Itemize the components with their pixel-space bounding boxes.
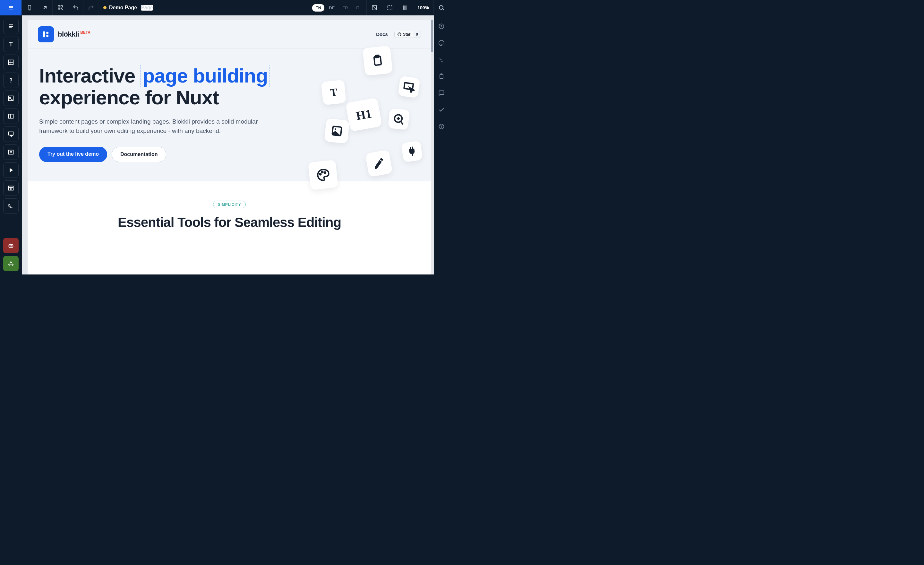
comment-button[interactable] [434,86,449,101]
svg-rect-13 [388,6,392,10]
right-toolbar [434,15,449,275]
cta-docs-button[interactable]: Documentation [112,147,166,162]
cursor-screen-icon [398,76,420,98]
canvas[interactable]: blökkli BETA Docs Star 0 Interactive pag… [22,15,434,275]
svg-rect-9 [61,8,62,9]
svg-point-59 [334,128,336,130]
cursor-block[interactable] [3,126,19,142]
svg-point-46 [12,246,12,246]
svg-rect-7 [61,6,62,7]
github-star-label: Star [403,32,410,37]
menu-button[interactable] [0,0,22,15]
svg-point-49 [46,32,48,34]
svg-rect-8 [58,8,60,10]
github-star-widget[interactable]: Star 0 [394,31,421,38]
logo-icon [38,26,54,42]
svg-point-60 [320,173,321,175]
structure-button[interactable] [434,52,449,68]
grid-toggle-button[interactable] [398,0,413,15]
svg-line-57 [397,119,400,119]
pencil-icon [365,150,393,177]
svg-point-50 [46,35,48,37]
lang-en[interactable]: EN [312,4,324,12]
svg-rect-48 [43,31,45,37]
language-switcher: EN DE FR IT [308,0,367,15]
document-name: Demo Page [109,5,137,11]
undo-button[interactable] [68,0,83,15]
lang-fr[interactable]: FR [339,4,351,12]
svg-rect-33 [9,132,14,135]
qr-code-button[interactable] [52,0,68,15]
svg-line-64 [441,27,442,27]
help-button[interactable] [434,119,449,134]
search-button[interactable] [434,0,449,15]
github-icon [397,32,402,37]
open-external-button[interactable] [37,0,52,15]
zoom-level[interactable]: 100% [413,0,434,15]
hero-title[interactable]: Interactive page building experience for… [39,65,276,108]
validate-button[interactable] [434,102,449,117]
mask-toggle-button[interactable] [367,0,382,15]
svg-point-45 [10,246,10,246]
svg-point-18 [439,6,443,9]
image-block[interactable] [3,90,19,106]
bounds-toggle-button[interactable] [382,0,398,15]
clipboard-button[interactable] [434,69,449,84]
h1-icon: H1 [345,98,382,132]
tree-block[interactable] [3,198,19,214]
play-block[interactable] [3,162,19,178]
page-title: Demo Page Page [99,5,158,11]
svg-line-19 [442,9,444,10]
image-icon [324,118,350,143]
text-block[interactable] [3,37,19,52]
hero-description[interactable]: Simple content pages or complex landing … [39,117,276,136]
svg-point-62 [324,172,326,173]
columns-block[interactable] [3,108,19,124]
theme-button[interactable] [434,35,449,51]
svg-rect-6 [58,6,60,7]
hero-section: Interactive page building experience for… [28,49,431,181]
svg-rect-37 [9,186,14,190]
document-type: Page [141,5,153,11]
svg-point-61 [321,171,323,173]
zoom-icon [388,108,410,130]
section-heading[interactable]: Essential Tools for Seamless Editing [39,215,420,230]
brand-name: blökkli [58,30,79,39]
form-block[interactable] [3,144,19,160]
t-icon: T [321,80,346,105]
svg-line-55 [400,121,403,124]
table-block[interactable] [3,180,19,196]
grid-block[interactable] [3,54,19,70]
svg-point-30 [10,97,10,98]
svg-rect-10 [62,9,63,10]
hero-illustration: T H1 [303,49,431,209]
left-toolbar [0,15,22,275]
docs-link[interactable]: Docs [376,32,388,37]
site-header: blökkli BETA Docs Star 0 [28,20,431,49]
svg-rect-34 [9,150,14,155]
page-preview: blökkli BETA Docs Star 0 Interactive pag… [28,20,431,275]
lang-de[interactable]: DE [326,4,338,12]
svg-point-28 [11,82,11,82]
history-button[interactable] [434,19,449,34]
status-indicator-icon [103,6,106,9]
plug-icon [401,141,423,162]
cta-demo-button[interactable]: Try out the live demo [39,147,107,162]
redo-button[interactable] [83,0,99,15]
recycle-button[interactable] [3,256,19,271]
clipboard-icon [363,46,393,76]
svg-line-12 [372,6,376,10]
github-star-count: 0 [413,31,421,38]
section-tag[interactable]: SIMPLICITY [213,201,246,208]
lang-it[interactable]: IT [352,4,363,12]
mobile-preview-button[interactable] [22,0,37,15]
svg-line-5 [44,6,46,9]
beta-badge: BETA [80,30,90,35]
palette-icon [308,160,339,190]
hero-title-highlight[interactable]: page building [140,65,270,87]
help-block[interactable] [3,72,19,88]
ai-assistant-button[interactable] [3,238,19,253]
text-lines-block[interactable] [3,19,19,34]
